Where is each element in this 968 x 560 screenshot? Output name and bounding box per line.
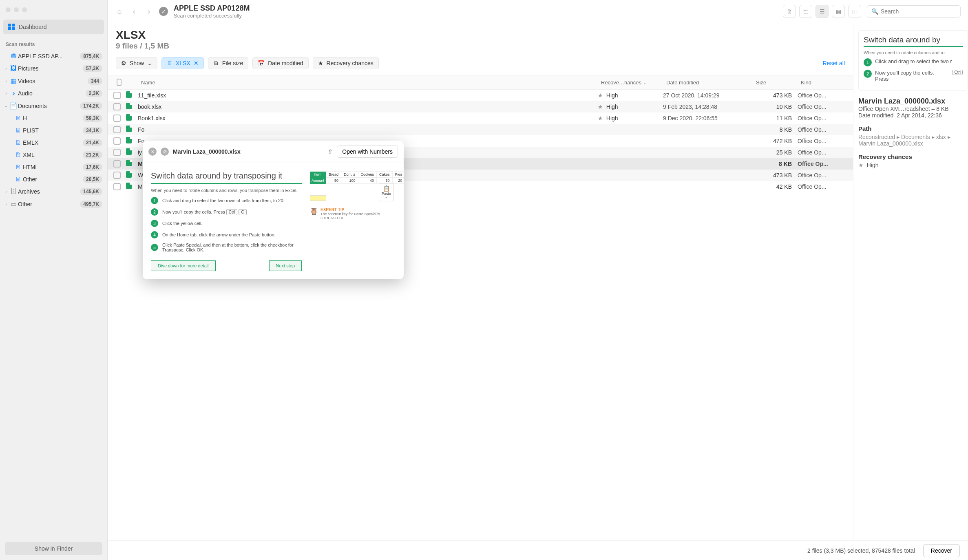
file-kind: Office Op... [798, 92, 851, 99]
sidebar-item-doc-h[interactable]: 🗎 H 59,3K [2, 112, 106, 124]
chevron-right-icon[interactable]: › [3, 202, 9, 206]
sidebar-item-doc-plist[interactable]: 🗎 PLIST 34,1K [2, 124, 106, 137]
table-row[interactable]: Fo8 KBOffice Op... [108, 124, 853, 135]
sidebar-item-pictures[interactable]: › 🖼 Pictures 57,3K [2, 62, 106, 75]
view-split-button[interactable]: ◫ [848, 5, 861, 18]
popover-title: Marvin Laza_000000.xlsx [173, 148, 323, 155]
reset-all-link[interactable]: Reset all [823, 60, 845, 66]
date-filter-button[interactable]: 📅 Date modified [252, 57, 308, 69]
popover-body: Switch data around by transposing it Whe… [143, 163, 404, 279]
preview-thumbnail[interactable]: Switch data around by When you need to r… [858, 30, 968, 90]
pictures-icon: 🖼 [9, 65, 18, 72]
file-date: 9 Dec 2020, 22:06:55 [663, 115, 753, 121]
preview-modified-value: 2 Apr 2014, 22:36 [897, 112, 942, 119]
row-checkbox[interactable] [113, 160, 121, 168]
chevron-down-icon: ⌄ [147, 60, 152, 66]
back-icon[interactable]: ‹ [130, 7, 139, 16]
row-checkbox[interactable] [113, 92, 121, 99]
file-size: 8 KB [753, 126, 798, 133]
sidebar-item-doc-emlx[interactable]: 🗎 EMLX 21,4K [2, 137, 106, 149]
close-window-icon[interactable] [6, 7, 11, 12]
size-filter-button[interactable]: 🗎 File size [208, 57, 248, 69]
chevron-right-icon[interactable]: › [3, 190, 9, 194]
page-title: APPLE SSD AP0128M [174, 4, 777, 13]
sheet-cell: 20 [392, 178, 404, 184]
sidebar-item-doc-xml[interactable]: 🗎 XML 21,2K [2, 149, 106, 161]
chevron-right-icon[interactable]: › [3, 66, 9, 71]
row-checkbox[interactable] [113, 137, 121, 145]
table-row[interactable]: book.xlsx★ High9 Feb 2023, 14:28:4810 KB… [108, 101, 853, 112]
zoom-window-icon[interactable] [22, 7, 27, 12]
sidebar-item-audio[interactable]: › ♪ Audio 2,3K [2, 87, 106, 99]
row-checkbox[interactable] [113, 183, 121, 190]
column-recovery[interactable]: Recove…hances⌄ [598, 75, 663, 89]
search-box[interactable]: 🔍 [867, 5, 961, 18]
column-date[interactable]: Date modified [663, 75, 753, 89]
row-checkbox[interactable] [113, 103, 121, 110]
view-list-button[interactable]: ☰ [816, 5, 829, 18]
recover-button[interactable]: Recover [923, 544, 960, 557]
deny-icon[interactable]: ⊘ [161, 148, 169, 156]
star-icon: ★ [598, 92, 603, 99]
sidebar-item-doc-html[interactable]: 🗎 HTML 17,6K [2, 161, 106, 173]
close-icon[interactable]: ✕ [194, 60, 199, 66]
view-doc-button[interactable]: 🗎 [783, 5, 796, 18]
chances-filter-button[interactable]: ★ Recovery chances [313, 57, 379, 69]
file-size: 473 KB [753, 172, 798, 179]
sidebar-item-doc-other[interactable]: 🗎 Other 20,5K [2, 173, 106, 185]
sidebar-item-badge: 17,6K [83, 163, 102, 171]
minimize-window-icon[interactable] [14, 7, 19, 12]
sidebar-item-videos[interactable]: › ▦ Videos 344 [2, 75, 106, 87]
row-checkbox[interactable] [113, 126, 121, 133]
chevron-right-icon[interactable]: › [3, 91, 9, 96]
column-kind[interactable]: Kind [798, 75, 851, 89]
expert-tip-body: The shortcut key for Paste Special is CT… [320, 212, 380, 220]
page-subtitle: Scan completed successfully [174, 13, 777, 19]
file-kind: Office Op... [798, 149, 851, 156]
popover-step-1: Click and drag to select the two rows of… [162, 198, 285, 203]
size-filter-label: File size [222, 60, 243, 66]
sheet-header: Bread [326, 172, 341, 178]
home-icon[interactable]: ⌂ [115, 7, 124, 16]
table-row[interactable]: 11_file.xlsx★ High27 Oct 2020, 14:09:294… [108, 90, 853, 101]
sidebar-item-dashboard[interactable]: Dashboard [3, 20, 104, 34]
file-name: 11_file.xlsx [138, 92, 598, 99]
next-step-button[interactable]: Next step [269, 260, 302, 271]
sidebar-item-drive[interactable]: ⛃ APPLE SSD AP... 875,4K [2, 50, 106, 62]
table-row[interactable]: Book1.xlsx★ High9 Dec 2020, 22:06:5511 K… [108, 112, 853, 124]
row-checkbox[interactable] [113, 172, 121, 179]
column-size[interactable]: Size [753, 75, 798, 89]
sidebar-item-documents[interactable]: ⌄ 📄 Documents 174,2K [2, 99, 106, 112]
chevron-right-icon[interactable]: › [3, 79, 9, 83]
row-checkbox[interactable] [113, 149, 121, 156]
xlsx-filter-chip[interactable]: 🗎 XLSX ✕ [161, 57, 204, 69]
sidebar-item-other[interactable]: › ▭ Other 495,7K [2, 198, 106, 210]
dive-down-button[interactable]: Dive down for more detail [151, 260, 216, 271]
drive-icon: ⛃ [9, 52, 18, 60]
sidebar-item-label: Other [18, 201, 80, 207]
file-kind: Office Op... [798, 138, 851, 144]
forward-icon[interactable]: › [144, 7, 153, 16]
sidebar-item-label: H [23, 115, 83, 121]
expert-tip: 🦉 EXPERT TIP The shortcut key for Paste … [310, 207, 396, 220]
preview-path-label: Path [858, 125, 968, 132]
row-checkbox[interactable] [113, 115, 121, 122]
dashboard-icon [8, 24, 15, 30]
share-icon[interactable]: ⇪ [327, 148, 333, 156]
sheet-cell: 100 [341, 178, 358, 184]
sidebar-item-archives[interactable]: › 🗄 Archives 145,6K [2, 185, 106, 198]
open-with-button[interactable]: Open with Numbers [337, 146, 398, 158]
select-all-checkbox[interactable] [117, 79, 122, 86]
close-icon[interactable]: ✕ [148, 148, 157, 156]
status-summary: 2 files (3,3 MB) selected, 875428 files … [807, 547, 915, 554]
show-filter-button[interactable]: ⚙ Show ⌄ [116, 57, 157, 69]
preview-kind-size: Office Open XM…readsheet – 8 KB [858, 106, 968, 112]
search-input[interactable] [881, 8, 956, 15]
column-name[interactable]: Name [138, 75, 598, 89]
file-size: 11 KB [753, 115, 798, 121]
view-folder-button[interactable]: 🗀 [799, 5, 812, 18]
show-in-finder-button[interactable]: Show in Finder [5, 542, 102, 555]
chevron-down-icon[interactable]: ⌄ [3, 104, 9, 108]
view-grid-button[interactable]: ▦ [832, 5, 845, 18]
sheet-header: Cookies [358, 172, 377, 178]
